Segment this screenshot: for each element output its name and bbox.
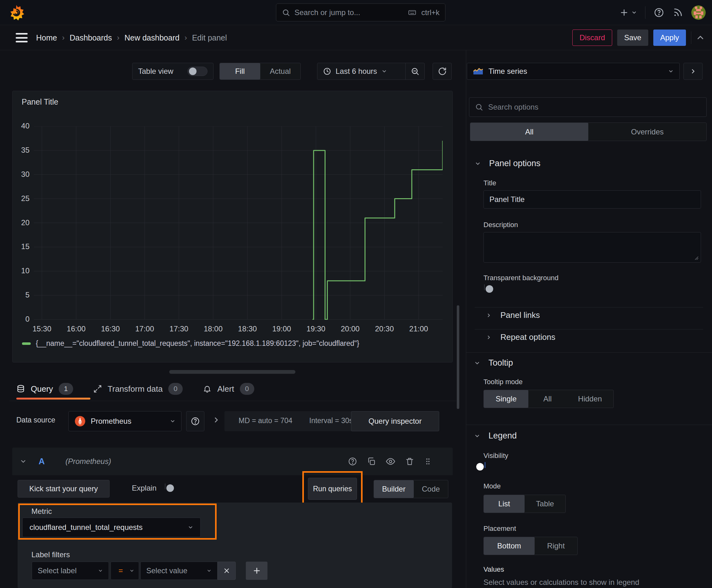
y-tick-label: 10 xyxy=(9,266,29,275)
y-tick-label: 5 xyxy=(9,291,29,299)
explain-toggle[interactable] xyxy=(165,483,166,489)
duplicate-query-icon[interactable] xyxy=(367,457,376,466)
legend-mode-table[interactable]: Table xyxy=(524,495,565,512)
panel-options-section-header[interactable]: Panel options xyxy=(475,159,541,168)
tooltip-section-header[interactable]: Tooltip xyxy=(474,358,513,368)
y-tick-label: 35 xyxy=(9,146,29,154)
panel-resize-handle[interactable] xyxy=(169,370,296,374)
datasource-name: Prometheus xyxy=(91,417,165,426)
kick-start-query-button[interactable]: Kick start your query xyxy=(18,480,110,498)
apply-button[interactable]: Apply xyxy=(653,29,686,46)
tooltip-mode-single[interactable]: Single xyxy=(484,390,528,408)
label-filters-label: Label filters xyxy=(31,550,70,559)
explain-label: Explain xyxy=(132,484,157,492)
metric-select[interactable]: cloudflared_tunnel_total_requests xyxy=(22,518,201,537)
grafana-logo-icon[interactable] xyxy=(8,4,24,21)
refresh-button[interactable] xyxy=(433,63,452,80)
query-ref-id[interactable]: A xyxy=(39,457,45,466)
tab-count-badge: 0 xyxy=(240,383,254,395)
tooltip-mode-all[interactable]: All xyxy=(528,390,566,408)
chevron-down-icon xyxy=(474,433,480,439)
builder-option[interactable]: Builder xyxy=(374,480,414,498)
tab-count-badge: 1 xyxy=(59,383,73,395)
legend-values-helper: Select values or calculations to show in… xyxy=(483,578,639,587)
remove-filter-button[interactable] xyxy=(218,562,236,580)
clock-icon xyxy=(323,67,331,76)
legend-visibility-toggle[interactable] xyxy=(485,462,486,468)
query-help-icon[interactable] xyxy=(348,457,357,466)
query-row-header[interactable]: A (Prometheus) xyxy=(12,447,453,475)
panel-links-section-header[interactable]: Panel links xyxy=(486,310,540,320)
user-avatar[interactable] xyxy=(691,5,706,20)
panel-title: Panel Title xyxy=(22,97,58,106)
collapse-query-chevron-icon[interactable] xyxy=(20,458,27,465)
select-label-dropdown[interactable]: Select label xyxy=(32,562,109,580)
tooltip-mode-label: Tooltip mode xyxy=(483,378,523,386)
save-button[interactable]: Save xyxy=(617,29,648,46)
resize-grip-icon[interactable] xyxy=(694,255,699,260)
legend-section-header[interactable]: Legend xyxy=(474,431,517,441)
breadcrumb-separator: › xyxy=(62,33,65,42)
actual-option[interactable]: Actual xyxy=(260,63,301,80)
delete-query-trash-icon[interactable] xyxy=(405,457,414,466)
discard-button[interactable]: Discard xyxy=(572,29,612,46)
breadcrumb: Home › Dashboards › New dashboard › Edit… xyxy=(36,25,227,50)
transparent-background-toggle[interactable] xyxy=(484,284,485,290)
tab-overrides[interactable]: Overrides xyxy=(588,123,706,141)
transform-icon xyxy=(93,384,102,393)
visualization-picker[interactable]: Time series xyxy=(467,63,679,80)
datasource-picker[interactable]: Prometheus xyxy=(68,411,181,431)
description-textarea[interactable] xyxy=(483,232,701,262)
search-options-input[interactable]: Search options xyxy=(469,97,707,117)
tab-transform-data[interactable]: Transform data 0 xyxy=(93,379,183,398)
news-rss-button[interactable] xyxy=(672,7,683,18)
chart-legend[interactable]: {__name__="cloudflared_tunnel_total_requ… xyxy=(22,339,359,348)
add-filter-button[interactable] xyxy=(246,562,267,580)
transparent-background-label: Transparent background xyxy=(483,274,559,282)
expand-stats-chevron-icon[interactable] xyxy=(212,416,220,424)
breadcrumb-dashboards[interactable]: Dashboards xyxy=(70,33,112,42)
toggle-visibility-eye-icon[interactable] xyxy=(386,456,395,466)
x-tick-label: 20:30 xyxy=(370,324,399,333)
tooltip-mode-hidden[interactable]: Hidden xyxy=(567,390,613,408)
tab-all[interactable]: All xyxy=(470,123,588,141)
builder-code-switch: Builder Code xyxy=(373,480,448,498)
plus-icon xyxy=(253,566,261,575)
operator-dropdown[interactable]: = xyxy=(110,562,139,580)
select-value-dropdown[interactable]: Select value xyxy=(140,562,218,580)
actions-divider xyxy=(691,31,691,44)
search-icon xyxy=(475,103,483,111)
tab-query[interactable]: Query 1 xyxy=(16,379,73,398)
x-tick-label: 18:30 xyxy=(233,324,261,333)
run-queries-button[interactable]: Run queries xyxy=(308,478,357,500)
help-button[interactable] xyxy=(654,7,664,18)
time-series-chart[interactable] xyxy=(34,126,443,320)
vertical-scrollbar[interactable] xyxy=(457,305,459,409)
menu-toggle-icon[interactable] xyxy=(16,33,28,42)
drag-query-grip-icon[interactable] xyxy=(424,457,432,466)
panel-title-input[interactable]: Panel Title xyxy=(483,190,701,209)
datasource-help-button[interactable] xyxy=(186,411,204,431)
code-option[interactable]: Code xyxy=(414,480,448,498)
legend-placement-right[interactable]: Right xyxy=(535,537,577,555)
y-tick-label: 20 xyxy=(9,218,29,227)
legend-mode-list[interactable]: List xyxy=(484,495,524,512)
legend-placement-label: Placement xyxy=(483,525,516,533)
breadcrumb-new-dashboard[interactable]: New dashboard xyxy=(125,33,179,42)
fill-option[interactable]: Fill xyxy=(220,63,260,80)
time-range-picker[interactable]: Last 6 hours xyxy=(317,63,405,80)
tab-alert[interactable]: Alert 0 xyxy=(203,379,254,398)
query-inspector-button[interactable]: Query inspector xyxy=(351,411,439,431)
repeat-options-section-header[interactable]: Repeat options xyxy=(486,332,555,342)
legend-placement-bottom[interactable]: Bottom xyxy=(484,537,535,555)
zoom-out-button[interactable] xyxy=(406,63,425,80)
collapse-header-button[interactable] xyxy=(696,34,705,42)
toggle-viz-list-button[interactable] xyxy=(684,63,703,80)
global-search-input[interactable]: Search or jump to... ctrl+k xyxy=(276,3,446,21)
bell-icon xyxy=(203,384,212,393)
table-view-control: Table view xyxy=(132,63,214,80)
add-new-button[interactable] xyxy=(619,8,637,17)
breadcrumb-home[interactable]: Home xyxy=(36,33,57,42)
table-view-toggle[interactable] xyxy=(188,67,208,76)
section-title: Panel options xyxy=(489,159,541,168)
